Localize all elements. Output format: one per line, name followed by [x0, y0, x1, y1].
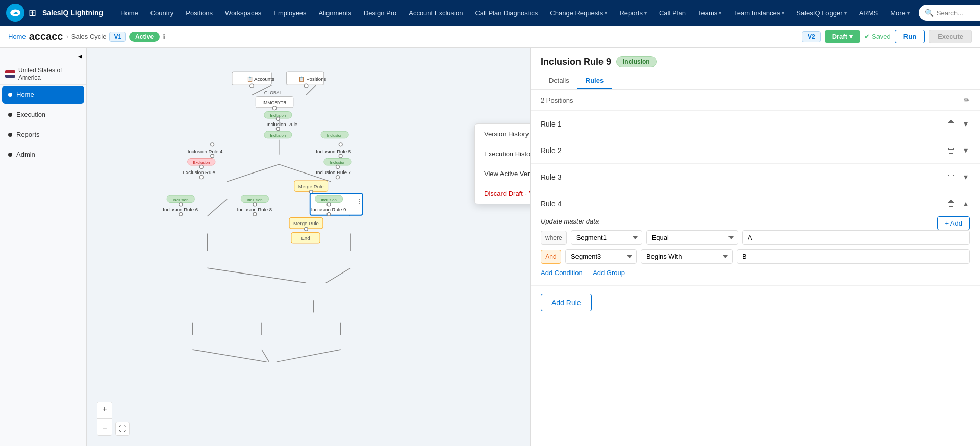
svg-text:☁: ☁: [13, 10, 18, 15]
svg-text:📋 Positions: 📋 Positions: [298, 76, 326, 82]
breadcrumb-sub: Sales Cycle: [71, 33, 107, 40]
nav-teams[interactable]: Teams ▾: [693, 6, 726, 20]
fullscreen-button[interactable]: ⛶: [115, 422, 130, 436]
svg-text:Inclusion Rule 5: Inclusion Rule 5: [316, 148, 351, 154]
rule-4-action-label: Update master data: [541, 213, 599, 231]
nav-team-instances[interactable]: Team Instances ▾: [728, 6, 789, 20]
breadcrumb-home[interactable]: Home: [8, 33, 26, 40]
sidebar-toggle[interactable]: ◂: [0, 48, 86, 64]
svg-point-57: [336, 176, 340, 179]
condition-1-field-select[interactable]: Segment1 Segment2 Segment3: [571, 230, 642, 245]
condition-2-value-input[interactable]: [737, 249, 970, 264]
draft-chevron-icon: ▾: [849, 33, 853, 40]
dropdown-version-history[interactable]: Version History: [475, 124, 531, 144]
version-badge-v1: V1: [109, 32, 126, 42]
nav-more[interactable]: More ▾: [885, 6, 915, 20]
execute-button: Execute: [929, 30, 972, 43]
search-input[interactable]: [937, 9, 980, 17]
svg-text:Inclusion: Inclusion: [173, 197, 189, 202]
nav-country[interactable]: Country: [145, 6, 179, 20]
nav-alignments[interactable]: Alignments: [314, 6, 357, 20]
nav-employees[interactable]: Employees: [268, 6, 311, 20]
nav-home[interactable]: Home: [115, 6, 143, 20]
tab-details[interactable]: Details: [541, 72, 577, 89]
dropdown-discard-draft[interactable]: Discard Draft - V2: [475, 184, 531, 204]
rule-3-expand-button[interactable]: ▾: [962, 171, 970, 183]
rule-2-expand-button[interactable]: ▾: [962, 144, 970, 156]
nav-reports[interactable]: Reports ▾: [614, 6, 652, 20]
sidebar-item-reports[interactable]: Reports: [2, 126, 84, 143]
svg-text:End: End: [301, 235, 310, 241]
rule-4-collapse-button[interactable]: ▴: [962, 197, 970, 209]
nav-change-requests[interactable]: Change Requests ▾: [545, 6, 612, 20]
diagram-svg: 📋 Accounts 📋 Positions GLOBAL IMMGRYTR I…: [128, 58, 485, 364]
condition-1-value-input[interactable]: [742, 230, 970, 245]
rule-4-delete-button[interactable]: 🗑: [945, 198, 958, 209]
rule-title: Inclusion Rule 9: [541, 57, 611, 67]
zoom-out-button[interactable]: −: [97, 421, 112, 435]
sidebar-item-home[interactable]: Home: [2, 86, 84, 104]
rule-1-expand-button[interactable]: ▾: [962, 118, 970, 130]
dropdown-execution-history[interactable]: Execution History: [475, 144, 531, 164]
nav-arms[interactable]: ARMS: [854, 6, 884, 20]
rule-1-delete-button[interactable]: 🗑: [945, 118, 958, 130]
condition-2-operator-select[interactable]: Begins With Equal Not Equal Contains: [641, 249, 733, 264]
nav-call-plan[interactable]: Call Plan: [654, 6, 691, 20]
nav-salesiq-logger[interactable]: SalesIQ Logger ▾: [791, 6, 851, 20]
nav-workspaces[interactable]: Workspaces: [220, 6, 266, 20]
svg-text:Inclusion: Inclusion: [247, 197, 263, 202]
right-panel-title-row: Inclusion Rule 9 Inclusion: [541, 56, 970, 67]
condition-2-field-select[interactable]: Segment3 Segment1 Segment2: [565, 249, 637, 264]
positions-count: 2 Positions: [541, 96, 573, 104]
draft-button[interactable]: Draft ▾: [825, 30, 860, 43]
country-row: United States of America: [0, 64, 86, 85]
condition-1-operator-select[interactable]: Equal Not Equal Contains Begins With: [646, 230, 738, 245]
rule-4-label: Rule 4: [541, 200, 561, 208]
info-icon[interactable]: ℹ: [163, 33, 165, 41]
rule-4-add-button[interactable]: + Add: [937, 216, 970, 230]
rule-1-label: Rule 1: [541, 120, 561, 128]
sidebar-item-admin[interactable]: Admin: [2, 145, 84, 163]
add-rule-button[interactable]: Add Rule: [541, 294, 592, 311]
rule-2-delete-button[interactable]: 🗑: [945, 145, 958, 156]
and-label: And: [541, 250, 561, 264]
add-group-link[interactable]: Add Group: [593, 269, 625, 277]
nav-account-exclusion[interactable]: Account Exclusion: [404, 6, 468, 20]
admin-icon: [8, 153, 12, 157]
edit-positions-icon[interactable]: ✏: [964, 96, 970, 104]
svg-point-74: [327, 203, 331, 206]
rule-row-3: Rule 3 🗑 ▾: [531, 164, 980, 190]
inclusion-type-tag: Inclusion: [616, 56, 657, 67]
dropdown-view-active-version[interactable]: View Active Version - V1: [475, 164, 531, 184]
svg-line-6: [227, 164, 279, 182]
app-name: SalesIQ Lightning: [42, 9, 103, 17]
nav-positions[interactable]: Positions: [181, 6, 218, 20]
nav-design-pro[interactable]: Design Pro: [359, 6, 401, 20]
rule-3-delete-button[interactable]: 🗑: [945, 171, 958, 183]
add-condition-link[interactable]: Add Condition: [541, 269, 583, 277]
svg-point-32: [272, 106, 277, 110]
tab-rules[interactable]: Rules: [577, 72, 612, 89]
active-badge: Active: [129, 32, 160, 42]
salesforce-logo[interactable]: ☁: [6, 4, 24, 22]
diagram-area: 📋 Accounts 📋 Positions GLOBAL IMMGRYTR I…: [87, 48, 531, 446]
svg-point-35: [276, 117, 280, 121]
rule-2-label: Rule 2: [541, 146, 561, 155]
breadcrumb-right-actions: V2 Draft ▾ ✔ Saved Run Execute: [802, 30, 972, 43]
rule-row-2: Rule 2 🗑 ▾: [531, 137, 980, 164]
sidebar: ◂ United States of America Home Executio…: [0, 48, 87, 446]
content-area: 📋 Accounts 📋 Positions GLOBAL IMMGRYTR I…: [87, 48, 980, 446]
svg-point-40: [211, 143, 214, 146]
svg-line-18: [192, 350, 266, 362]
top-navigation: ☁ ⊞ SalesIQ Lightning Home Country Posit…: [0, 0, 980, 26]
run-button[interactable]: Run: [895, 30, 925, 43]
nav-call-plan-diagnostics[interactable]: Call Plan Diagnostics: [470, 6, 543, 20]
breadcrumb-separator: ›: [66, 33, 68, 40]
sidebar-item-execution[interactable]: Execution: [2, 106, 84, 123]
zoom-in-button[interactable]: +: [97, 402, 112, 416]
where-label: where: [541, 231, 567, 245]
svg-point-80: [305, 227, 308, 231]
svg-point-42: [211, 154, 214, 158]
svg-text:GLOBAL: GLOBAL: [264, 90, 282, 95]
grid-icon[interactable]: ⊞: [29, 7, 36, 18]
